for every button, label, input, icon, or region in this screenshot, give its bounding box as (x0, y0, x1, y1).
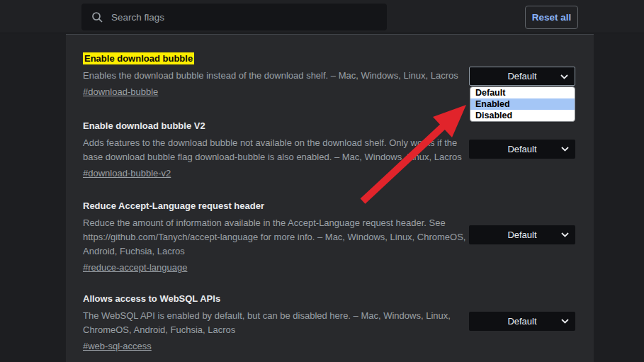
flag-description: Reduce the amount of information availab… (83, 216, 469, 259)
flag-row-reduce-accept-language: Reduce Accept-Language request header Re… (83, 200, 469, 275)
chevron-down-icon (560, 74, 568, 79)
flag-title: Enable download bubble (83, 53, 469, 64)
search-icon (91, 11, 103, 23)
dropdown-option-disabled[interactable]: Disabled (470, 110, 575, 121)
flag-select-download-bubble-v2[interactable]: Default (469, 140, 575, 159)
search-placeholder: Search flags (111, 12, 164, 23)
flag-title: Enable download bubble V2 (83, 120, 469, 132)
dropdown-option-default[interactable]: Default (470, 87, 575, 98)
flag-title: Allows access to WebSQL APIs (83, 293, 469, 305)
topbar: Search flags Reset all (0, 0, 644, 33)
flag-select-download-bubble[interactable]: Default (469, 67, 575, 86)
flag-anchor-link[interactable]: #download-bubble-v2 (83, 166, 171, 181)
flag-title: Reduce Accept-Language request header (83, 200, 469, 212)
flag-anchor-link[interactable]: #download-bubble (83, 85, 158, 99)
select-value: Default (507, 144, 536, 154)
flag-anchor-link[interactable]: #reduce-accept-language (83, 261, 187, 275)
search-match-highlight: Enable download bubble (83, 52, 194, 64)
dropdown-option-enabled[interactable]: Enabled (470, 98, 575, 110)
flag-select-reduce-accept-language[interactable]: Default (469, 225, 575, 244)
flag-description: The WebSQL API is enabled by default, bu… (83, 309, 469, 337)
reset-all-button[interactable]: Reset all (525, 6, 578, 29)
flag-description: Enables the download bubble instead of t… (83, 69, 469, 83)
flag-row-download-bubble: Enable download bubble Enables the downl… (83, 53, 469, 99)
chevron-down-icon (561, 147, 569, 152)
select-dropdown-list: Default Enabled Disabled (470, 86, 575, 122)
flag-row-download-bubble-v2: Enable download bubble V2 Adds features … (83, 120, 469, 181)
flag-select-web-sql-access[interactable]: Default (469, 312, 575, 331)
flag-description: Adds features to the download bubble not… (83, 136, 469, 164)
chevron-down-icon (561, 232, 569, 237)
select-value: Default (507, 71, 536, 81)
chevron-down-icon (561, 319, 569, 324)
flag-row-web-sql-access: Allows access to WebSQL APIs The WebSQL … (83, 293, 469, 353)
select-value: Default (507, 316, 536, 327)
select-value: Default (507, 230, 536, 240)
search-input[interactable]: Search flags (81, 4, 387, 30)
flag-anchor-link[interactable]: #web-sql-access (83, 339, 152, 353)
